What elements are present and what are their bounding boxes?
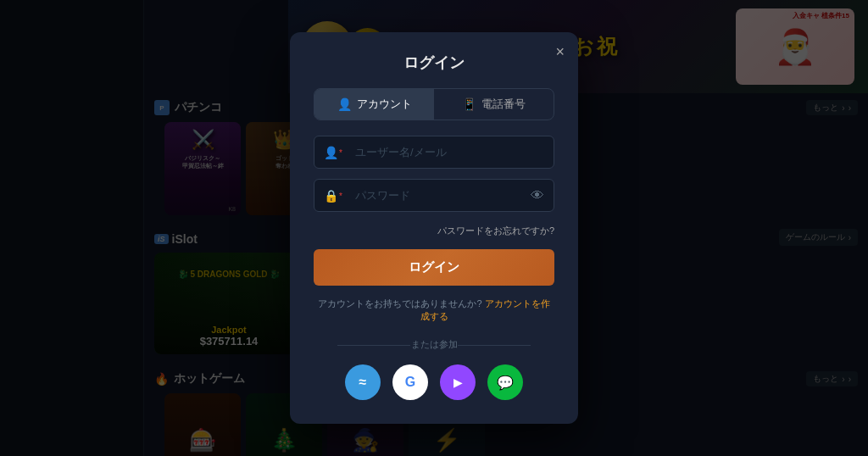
modal-close-button[interactable]: × (555, 44, 565, 59)
username-required-marker: * (339, 147, 342, 157)
phone-tab-icon: 📱 (462, 97, 476, 111)
twitch-icon: ▶ (453, 375, 463, 389)
google-login-button[interactable]: G (392, 364, 428, 400)
username-field-group: 👤 * (314, 136, 554, 169)
wechat-login-button[interactable]: 💬 (487, 364, 523, 400)
social-buttons-row: ≈ G ▶ 💬 (314, 364, 554, 400)
modal-tabs: 👤 アカウント 📱 電話番号 (314, 88, 554, 120)
wechat-icon: 💬 (497, 375, 514, 391)
login-modal: × ログイン 👤 アカウント 📱 電話番号 👤 * 🔒 * 👁 (290, 32, 578, 424)
line-login-button[interactable]: ≈ (345, 364, 381, 400)
password-input[interactable] (314, 179, 554, 212)
password-visibility-toggle[interactable]: 👁 (531, 188, 544, 203)
tab-account[interactable]: 👤 アカウント (314, 89, 434, 120)
username-input[interactable] (314, 136, 554, 169)
modal-title: ログイン (314, 53, 554, 73)
modal-overlay[interactable]: × ログイン 👤 アカウント 📱 電話番号 👤 * 🔒 * 👁 (0, 0, 868, 456)
register-prompt-text: アカウントをお持ちではありませんか? (318, 298, 481, 309)
user-icon: 👤 (324, 146, 338, 159)
register-prompt: アカウントをお持ちではありませんか? アカウントを作成する (314, 298, 554, 323)
line-icon: ≈ (359, 375, 367, 390)
tab-phone[interactable]: 📱 電話番号 (434, 89, 554, 120)
login-button[interactable]: ログイン (314, 249, 554, 286)
tab-phone-label: 電話番号 (481, 97, 526, 112)
google-icon: G (405, 375, 415, 390)
account-tab-icon: 👤 (337, 97, 352, 111)
forgot-password-area: パスワードをお忘れですか? (314, 222, 554, 237)
password-required-marker: * (339, 191, 342, 200)
password-field-group: 🔒 * 👁 (314, 179, 554, 212)
social-divider: または参加 (314, 338, 554, 351)
forgot-password-link[interactable]: パスワードをお忘れですか? (437, 225, 554, 236)
lock-icon: 🔒 (324, 189, 338, 203)
twitch-login-button[interactable]: ▶ (440, 364, 476, 400)
tab-account-label: アカウント (357, 97, 412, 112)
